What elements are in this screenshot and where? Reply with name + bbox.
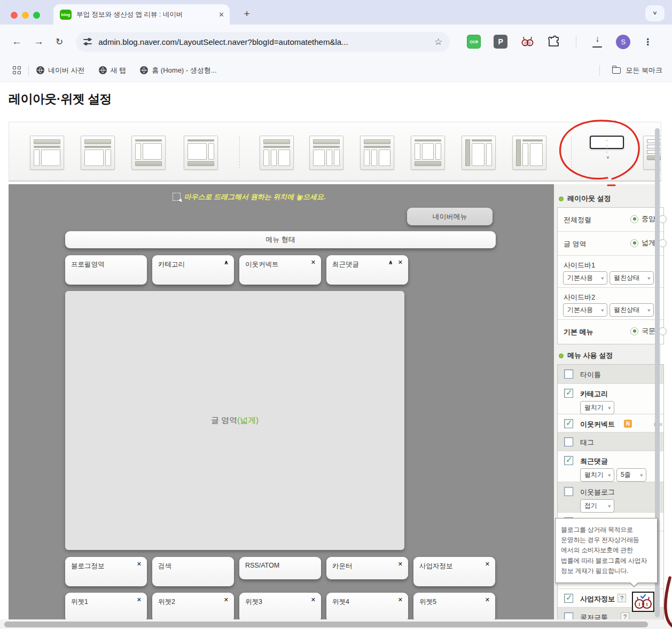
layout-option-3[interactable] bbox=[131, 136, 166, 170]
comments-lines-select[interactable]: 5줄 bbox=[616, 468, 646, 482]
layout-option-8[interactable] bbox=[411, 136, 445, 170]
collapse-icon[interactable] bbox=[224, 259, 229, 266]
close-icon[interactable] bbox=[224, 596, 229, 603]
widget-blog-info[interactable]: 블로그정보 bbox=[65, 557, 147, 586]
neighbor-blog-select[interactable]: 접기 bbox=[580, 499, 614, 513]
sidebar2-use-select[interactable]: 기본사용 bbox=[563, 303, 607, 317]
horizontal-scrollbar-thumb[interactable] bbox=[4, 622, 648, 627]
layout-option-2[interactable] bbox=[81, 136, 115, 170]
ocr-extension-icon[interactable]: OCR bbox=[467, 35, 481, 49]
owl-extension-icon[interactable]: I I bbox=[520, 35, 534, 49]
bookmark-naver-dictionary[interactable]: 네이버 사전 bbox=[36, 66, 85, 75]
bookmark-new-tab[interactable]: 새 탭 bbox=[99, 66, 127, 75]
tooltip-arrow bbox=[629, 583, 639, 587]
checkbox-tag[interactable] bbox=[564, 437, 573, 446]
close-icon[interactable] bbox=[311, 259, 316, 266]
zoom-window-button[interactable] bbox=[33, 12, 40, 19]
checkbox-title[interactable] bbox=[564, 369, 573, 379]
radio-alt[interactable] bbox=[659, 215, 667, 223]
widget-category[interactable]: 카테고리 bbox=[152, 255, 234, 285]
layout-option-1[interactable] bbox=[30, 136, 64, 170]
widget-profile-area[interactable]: 프로필영역 bbox=[65, 255, 147, 285]
layout-option-7[interactable] bbox=[360, 136, 394, 170]
extensions-puzzle-icon[interactable] bbox=[547, 35, 561, 49]
radio-alt[interactable] bbox=[659, 327, 667, 335]
profile-avatar[interactable]: S bbox=[616, 35, 630, 49]
bookmark-star-icon[interactable] bbox=[434, 36, 442, 48]
close-icon[interactable] bbox=[137, 596, 142, 603]
comments-expand-select[interactable]: 펼치기 bbox=[580, 468, 614, 482]
widget-naver-menu[interactable]: 네이버메뉴 bbox=[407, 208, 493, 225]
widget-rss-atom[interactable]: RSS/ATOM bbox=[239, 557, 321, 579]
widget-business-info[interactable]: 사업자정보 bbox=[413, 557, 495, 586]
reload-button[interactable]: ↻ bbox=[56, 36, 63, 48]
radio-wide-selected[interactable] bbox=[630, 239, 638, 247]
browser-tab[interactable]: blog 부업 정보와 생산성 앱 리뷰 : 네이버 bbox=[53, 4, 230, 25]
checkbox-category[interactable] bbox=[564, 389, 573, 398]
widget-custom-3[interactable]: 위젯3 bbox=[239, 593, 321, 619]
close-icon[interactable] bbox=[398, 596, 403, 603]
widget-custom-5[interactable]: 위젯5 bbox=[413, 593, 495, 619]
collapse-icon[interactable] bbox=[388, 259, 393, 266]
minimize-window-button[interactable] bbox=[22, 12, 29, 19]
close-icon[interactable] bbox=[137, 561, 142, 568]
layout-option-4[interactable] bbox=[184, 136, 218, 170]
sidebar1-use-select[interactable]: 기본사용 bbox=[563, 271, 607, 285]
apps-grid-icon[interactable] bbox=[13, 66, 21, 74]
widget-recent-comments[interactable]: 최근댓글 bbox=[326, 255, 408, 285]
globe-icon bbox=[99, 66, 107, 74]
close-icon[interactable] bbox=[485, 596, 490, 603]
setting-default-menu: 기본 메뉴 국문 bbox=[558, 320, 663, 344]
widget-neighbor-connect[interactable]: 이웃커넥트 bbox=[239, 255, 321, 285]
layout-option-5[interactable] bbox=[260, 136, 294, 170]
owl-cursor-icon: I I bbox=[632, 592, 654, 612]
sidebar2-state-select[interactable]: 펼친상태 bbox=[610, 303, 654, 317]
widget-menu-shape[interactable]: 메뉴 형태 bbox=[65, 231, 496, 248]
close-icon[interactable] bbox=[398, 259, 403, 266]
sidebar1-state-select[interactable]: 펼친상태 bbox=[610, 271, 654, 285]
url-text[interactable]: admin.blog.naver.com/LayoutSelect.naver?… bbox=[98, 37, 429, 46]
globe-icon bbox=[140, 66, 148, 74]
widget-counter[interactable]: 카운터 bbox=[326, 557, 408, 579]
widget-custom-4[interactable]: 위젯4 bbox=[326, 593, 408, 619]
tab-search-chevron-icon[interactable] bbox=[645, 5, 665, 21]
checkbox-recent-comments[interactable] bbox=[564, 456, 573, 465]
widget-custom-2[interactable]: 위젯2 bbox=[152, 593, 234, 619]
thumbnail-divider bbox=[239, 136, 240, 168]
menu-item-tag: 태그 bbox=[558, 433, 663, 451]
forward-button[interactable]: → bbox=[34, 36, 44, 48]
layout-option-selected[interactable] bbox=[590, 136, 624, 149]
new-tab-button[interactable] bbox=[239, 6, 254, 21]
radio-center-selected[interactable] bbox=[630, 215, 638, 223]
downloads-icon[interactable] bbox=[591, 36, 603, 48]
close-icon[interactable] bbox=[398, 561, 403, 568]
checkbox-business-info[interactable] bbox=[564, 594, 573, 603]
checkbox-neighbor-connect[interactable] bbox=[564, 419, 573, 428]
radio-alt[interactable] bbox=[659, 239, 667, 247]
tab-close-icon[interactable] bbox=[218, 11, 224, 19]
close-icon[interactable] bbox=[311, 596, 316, 603]
layout-option-9[interactable] bbox=[462, 136, 496, 170]
bookmarks-bar: 네이버 사전 새 탭 홈 (Home) - 생성형... 모든 북마크 bbox=[0, 59, 672, 82]
close-icon[interactable] bbox=[485, 561, 490, 568]
business-info-help-button[interactable]: ? bbox=[618, 594, 626, 602]
bookmark-home[interactable]: 홈 (Home) - 생성형... bbox=[140, 66, 216, 75]
category-expand-select[interactable]: 펼치기 bbox=[580, 401, 614, 414]
checkbox-neighbor-blog[interactable] bbox=[564, 487, 573, 496]
browser-menu-icon[interactable] bbox=[643, 36, 652, 48]
radio-korean-selected[interactable] bbox=[630, 327, 638, 335]
close-window-button[interactable] bbox=[11, 12, 18, 19]
widget-search[interactable]: 검색 bbox=[152, 557, 234, 586]
all-bookmarks-button[interactable]: 모든 북마크 bbox=[592, 65, 662, 76]
address-bar[interactable]: admin.blog.naver.com/LayoutSelect.naver?… bbox=[76, 32, 450, 52]
p-extension-icon[interactable]: P bbox=[494, 35, 507, 49]
menu-item-recent-comments: 최근댓글 펼치기 5줄 bbox=[558, 451, 663, 482]
widget-custom-1[interactable]: 위젯1 bbox=[65, 593, 147, 619]
site-settings-icon[interactable] bbox=[83, 38, 92, 45]
layout-option-10[interactable] bbox=[512, 136, 546, 170]
setting-align: 전체정렬 중앙 bbox=[558, 208, 663, 232]
back-button[interactable]: ← bbox=[12, 36, 22, 48]
browser-window: blog 부업 정보와 생산성 앱 리뷰 : 네이버 ← → ↻ admin.b… bbox=[0, 0, 672, 629]
layout-option-6[interactable] bbox=[309, 136, 343, 170]
extensions-row: OCR P I I S bbox=[467, 35, 660, 49]
